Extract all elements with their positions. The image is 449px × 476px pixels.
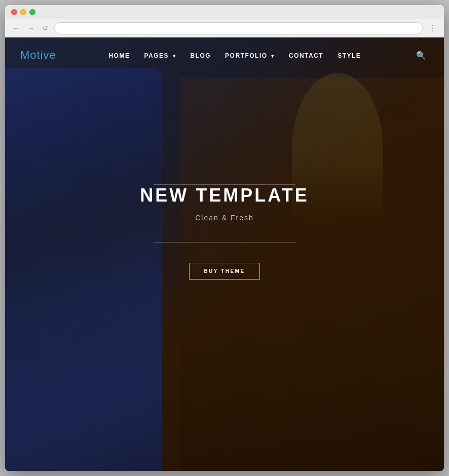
nav-link-pages[interactable]: PAGES ▾: [144, 52, 176, 59]
portfolio-arrow-icon: ▾: [271, 53, 275, 59]
back-button[interactable]: ←: [10, 23, 21, 33]
nav-item-pages[interactable]: PAGES ▾: [144, 51, 176, 60]
navbar: Motive HOME PAGES ▾ BLOG PORTFOLIO: [5, 37, 444, 73]
hero-divider: [154, 242, 295, 243]
search-icon[interactable]: 🔍: [414, 48, 429, 63]
nav-link-contact[interactable]: CONTACT: [289, 52, 323, 59]
traffic-lights: [11, 9, 35, 15]
browser-titlebar: [5, 5, 444, 19]
nav-link-style[interactable]: STYLE: [338, 52, 361, 59]
minimize-button[interactable]: [20, 9, 26, 15]
nav-links: HOME PAGES ▾ BLOG PORTFOLIO ▾: [108, 51, 361, 60]
address-bar[interactable]: [54, 22, 423, 34]
nav-link-home[interactable]: HOME: [108, 52, 130, 59]
nav-item-home[interactable]: HOME: [108, 51, 130, 60]
refresh-button[interactable]: ↺: [41, 23, 50, 33]
website-content: Motive HOME PAGES ▾ BLOG PORTFOLIO: [5, 37, 444, 471]
forward-button[interactable]: →: [25, 23, 36, 33]
pages-arrow-icon: ▾: [173, 53, 176, 59]
nav-item-contact[interactable]: CONTACT: [289, 51, 323, 60]
hero-title: NEW TEMPLATE: [140, 185, 309, 206]
nav-link-portfolio[interactable]: PORTFOLIO ▾: [225, 52, 275, 59]
nav-link-blog[interactable]: BLOG: [190, 52, 211, 59]
nav-item-portfolio[interactable]: PORTFOLIO ▾: [225, 51, 275, 60]
hero-subtitle: Clean & Fresh: [195, 214, 253, 222]
maximize-button[interactable]: [29, 9, 35, 15]
nav-item-blog[interactable]: BLOG: [190, 51, 211, 60]
buy-theme-button[interactable]: BUY THEME: [189, 263, 259, 280]
browser-toolbar: ← → ↺ ⋮: [5, 19, 444, 37]
close-button[interactable]: [11, 9, 17, 15]
menu-button[interactable]: ⋮: [427, 22, 439, 34]
browser-window: ← → ↺ ⋮ Motive HOME PAGES ▾: [5, 5, 444, 471]
hero-content: NEW TEMPLATE Clean & Fresh BUY THEME: [5, 184, 444, 280]
nav-item-style[interactable]: STYLE: [338, 51, 361, 60]
site-logo[interactable]: Motive: [20, 49, 56, 62]
